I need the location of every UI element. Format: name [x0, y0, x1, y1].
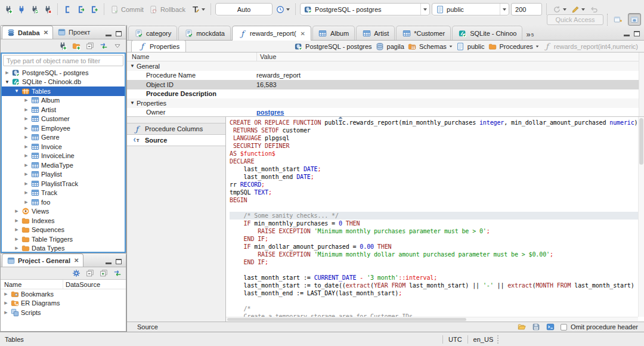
save-icon[interactable]: [532, 323, 541, 332]
column-name[interactable]: Name: [1, 281, 63, 288]
property-value[interactable]: postgres: [256, 109, 644, 116]
property-row-procedure-description[interactable]: Procedure Description: [127, 89, 644, 99]
splitter-sash-icon[interactable]: [338, 117, 343, 122]
collapse-all-icon[interactable]: [85, 42, 94, 51]
editor-tab-mockdata[interactable]: mockdata: [178, 26, 231, 40]
project-item-bookmarks[interactable]: ▶Bookmarks: [1, 289, 126, 299]
chevron-right-icon[interactable]: ▶: [23, 153, 29, 158]
tree-item-invoiceline[interactable]: ▶InvoiceLine: [2, 152, 125, 161]
minimize-button[interactable]: [624, 35, 630, 36]
new-connection-button[interactable]: [2, 4, 14, 15]
commit-mode-combo[interactable]: Auto: [215, 3, 273, 16]
tree-item-employee[interactable]: ▶Employee: [2, 123, 125, 133]
transaction-new-button[interactable]: [88, 4, 100, 15]
chevron-right-icon[interactable]: ▶: [23, 144, 29, 149]
tree-item-postgresql-postgres[interactable]: ▶PostgreSQL - postgres: [2, 68, 125, 78]
close-icon[interactable]: ✕: [44, 29, 48, 36]
minimize-button[interactable]: [106, 35, 112, 36]
chevron-right-icon[interactable]: ▶: [23, 126, 29, 131]
editor-tab-rewards_report[interactable]: ƒrewards_report(✕: [232, 26, 311, 41]
project-item-scripts[interactable]: ▶Scripts: [1, 308, 126, 317]
tree-item-album[interactable]: ▶Album: [2, 96, 125, 106]
chevron-right-icon[interactable]: ▶: [23, 98, 29, 103]
editor-tab-artist[interactable]: Artist: [356, 26, 395, 40]
query-history-button-dropdown[interactable]: [286, 8, 290, 11]
tree-item-foo[interactable]: ▶foo: [2, 197, 125, 207]
chevron-right-icon[interactable]: ▶: [23, 200, 29, 205]
refresh-button-dropdown[interactable]: [563, 8, 566, 11]
tree-item-track[interactable]: ▶Track: [2, 189, 125, 198]
tree-item-genre[interactable]: ▶Genre: [2, 133, 125, 143]
expand-all-icon[interactable]: [99, 269, 108, 278]
omit-procedure-header-checkbox[interactable]: [561, 324, 567, 330]
chevron-right-icon[interactable]: ▶: [14, 218, 20, 223]
project-item-er-diagrams[interactable]: ▶ER Diagrams: [1, 299, 126, 308]
tree-item-mediatype[interactable]: ▶MediaType: [2, 160, 125, 170]
chevron-right-icon[interactable]: ▶: [14, 227, 20, 232]
gear-icon[interactable]: [72, 269, 80, 278]
dbeaver-perspective-button[interactable]: [628, 13, 641, 26]
maximize-button[interactable]: [116, 31, 122, 36]
chevron-right-icon[interactable]: ▶: [23, 107, 29, 112]
tab-overflow-button[interactable]: » 5: [524, 32, 537, 40]
query-history-button[interactable]: [274, 4, 291, 15]
minimize-button[interactable]: [106, 262, 112, 264]
chevron-down-icon[interactable]: ▼: [130, 63, 135, 69]
property-row-properties[interactable]: ▼Properties: [127, 98, 644, 108]
tab-properties[interactable]: ƒ Properties: [131, 40, 186, 52]
grid-scrollbar[interactable]: [639, 52, 644, 116]
chevron-down-icon[interactable]: [449, 45, 452, 47]
collapse-all-icon[interactable]: [85, 269, 94, 278]
tree-item-playlist[interactable]: ▶Playlist: [2, 170, 125, 180]
chevron-right-icon[interactable]: ▶: [23, 163, 29, 168]
editor-tab-sqlite-chinoo[interactable]: SQLite - Chinoo: [452, 26, 522, 40]
reconnect-button[interactable]: [29, 4, 40, 15]
new-connection-icon[interactable]: [58, 42, 67, 51]
tree-item-playlisttrack[interactable]: ▶PlaylistTrack: [2, 179, 125, 189]
tree-item-invoice[interactable]: ▶Invoice: [2, 142, 125, 152]
connect-button[interactable]: [16, 4, 27, 15]
chevron-down-icon[interactable]: ▼: [130, 100, 135, 106]
chevron-right-icon[interactable]: ▶: [3, 310, 9, 315]
tree-item-indexes[interactable]: ▶Indexes: [2, 216, 125, 225]
chevron-down-icon[interactable]: ▼: [14, 88, 20, 94]
chevron-right-icon[interactable]: ▶: [14, 246, 20, 251]
view-menu-icon[interactable]: [113, 42, 122, 51]
tab-source-bottom[interactable]: Source: [127, 323, 165, 330]
open-perspective-button[interactable]: [611, 13, 624, 26]
chevron-right-icon[interactable]: ▶: [3, 301, 9, 305]
locale-indicator[interactable]: en_US: [473, 336, 494, 343]
grid-column-value[interactable]: Value: [256, 52, 644, 61]
grid-column-name[interactable]: Name: [127, 53, 256, 60]
new-folder-icon[interactable]: [72, 42, 80, 51]
tree-item-artist[interactable]: ▶Artist: [2, 105, 125, 115]
vertical-scrollbar[interactable]: [638, 117, 644, 317]
tree-item-views[interactable]: ▶Views: [2, 207, 125, 217]
schema-combo-arrow[interactable]: [500, 4, 509, 15]
console-icon[interactable]: [546, 323, 555, 332]
tree-item-customer[interactable]: ▶Customer: [2, 115, 125, 124]
tab-databa[interactable]: Databa✕: [2, 26, 53, 39]
maximize-button[interactable]: [116, 259, 122, 264]
tree-item-tables[interactable]: ▼Tables: [2, 86, 125, 96]
chevron-down-icon[interactable]: [535, 45, 538, 47]
open-file-icon[interactable]: [518, 323, 527, 332]
maximize-button[interactable]: [634, 31, 640, 36]
close-icon[interactable]: ✕: [301, 30, 305, 37]
transaction-log-button-dropdown[interactable]: [202, 8, 205, 11]
timezone-indicator[interactable]: UTC: [448, 336, 462, 343]
chevron-right-icon[interactable]: ▶: [14, 237, 20, 242]
side-tab-source[interactable]: TSource: [127, 134, 225, 146]
chevron-right-icon[interactable]: ▶: [23, 190, 29, 195]
chevron-down-icon[interactable]: ▼: [4, 79, 10, 85]
tree-item-table-triggers[interactable]: ▶Table Triggers: [2, 234, 125, 244]
link-with-editor-icon[interactable]: [99, 42, 108, 51]
connection-combo[interactable]: PostgreSQL - postgres: [300, 3, 430, 16]
tree-item-data-types[interactable]: ▶Data Types: [2, 244, 125, 252]
chevron-right-icon[interactable]: ▶: [23, 172, 29, 177]
breadcrumb-item-schemas[interactable]: Schemas: [408, 42, 453, 51]
side-tab-procedure-columns[interactable]: ƒProcedure Columns: [127, 123, 225, 135]
rollback-button[interactable]: Rollback: [148, 4, 188, 15]
property-row-owner[interactable]: Ownerpostgres: [127, 108, 644, 118]
column-datasource[interactable]: DataSource: [63, 280, 126, 289]
